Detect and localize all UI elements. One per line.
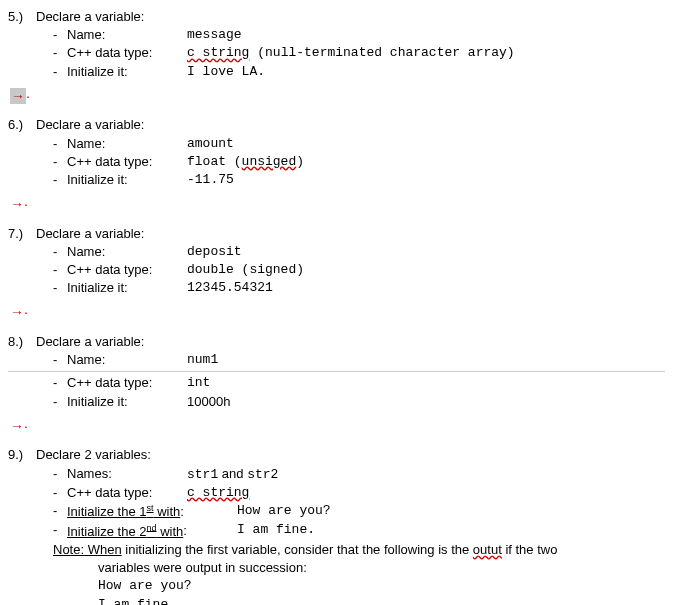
question-title: Declare 2 variables: [36,446,151,464]
type-value: int [187,374,210,392]
row-name: - Name: num1 [53,351,665,369]
type-value-pre: float ( [187,154,242,169]
dash-icon: - [53,44,67,62]
init2-sup: nd [147,522,157,532]
name-label: Name: [67,135,187,153]
init-label: Initialize it: [67,63,187,81]
names-label: Names: [67,465,187,484]
name-label: Name: [67,351,187,369]
name2: str2 [247,467,278,482]
row-type: - C++ data type: int [53,374,665,392]
init2-a: Initialize the 2 [67,524,147,539]
row-names: - Names: str1 and str2 [53,465,665,484]
question-5-header: 5.) Declare a variable: [8,8,665,26]
init2-colon: : [183,524,187,539]
question-6-header: 6.) Declare a variable: [8,116,665,134]
dash-icon: - [53,261,67,279]
question-number: 5.) [8,8,36,26]
dash-icon: - [53,465,67,484]
question-6: 6.) Declare a variable: - Name: amount -… [8,116,665,189]
question-8: 8.) Declare a variable: - Name: num1 - C… [8,333,665,411]
dash-icon: - [53,521,67,541]
row-type: - C++ data type: c string [53,484,665,502]
init-label: Initialize it: [67,171,187,189]
paragraph-mark: →· [10,303,665,323]
init1-colon: : [180,504,184,519]
init1-value: How are you? [237,502,331,522]
dash-icon: - [53,393,67,411]
type-value-post: ) [296,154,304,169]
spell-underline: c string [187,45,249,60]
name-value: deposit [187,243,242,261]
question-number: 7.) [8,225,36,243]
name-label: Name: [67,243,187,261]
paragraph-mark: →· [10,417,665,437]
init-value: -11.75 [187,171,234,189]
output-line1: How are you? [98,577,665,595]
init-value: 12345.54321 [187,279,273,297]
type-value: float (unsiged) [187,153,304,171]
question-9: 9.) Declare 2 variables: - Names: str1 a… [8,446,665,605]
dash-icon: - [53,484,67,502]
init-label: Initialize it: [67,393,187,411]
names-value: str1 and str2 [187,465,278,484]
dash-icon: - [53,351,67,369]
question-7-header: 7.) Declare a variable: [8,225,665,243]
init1-a: Initialize the 1 [67,504,147,519]
row-init: - Initialize it: I love LA. [53,63,665,81]
row-init: - Initialize it: 10000h [53,393,665,411]
question-8-header: 8.) Declare a variable: [8,333,665,351]
row-name: - Name: amount [53,135,665,153]
dot-icon: · [24,196,28,212]
divider-line [8,371,665,372]
arrow-icon: → [10,88,26,104]
dash-icon: - [53,171,67,189]
paragraph-mark: →· [10,87,665,107]
row-name: - Name: deposit [53,243,665,261]
row-type: - C++ data type: double (signed) [53,261,665,279]
question-number: 9.) [8,446,36,464]
name-value: message [187,26,242,44]
row-type: - C++ data type: float (unsiged) [53,153,665,171]
note-prefix: Note: When [53,542,122,557]
row-type: - C++ data type: c string (null-terminat… [53,44,665,62]
arrow-icon: → [10,304,24,320]
note-line1: Note: When initializing the first variab… [53,541,665,559]
dash-icon: - [53,135,67,153]
init2-label: Initialize the 2nd with: [67,521,217,541]
type-value: c string [187,484,249,502]
dot-icon: · [24,418,28,434]
dot-icon: · [24,304,28,320]
row-init2: - Initialize the 2nd with: I am fine. [53,521,665,541]
name-label: Name: [67,26,187,44]
init2-value: I am fine. [237,521,315,541]
note-text-b: if the two [502,542,558,557]
spell-underline: outut [473,542,502,557]
dot-icon: · [26,88,30,104]
name1: str1 [187,467,218,482]
row-init: - Initialize it: 12345.54321 [53,279,665,297]
question-title: Declare a variable: [36,8,144,26]
question-title: Declare a variable: [36,225,144,243]
init1-b: with [154,504,181,519]
question-title: Declare a variable: [36,116,144,134]
type-label: C++ data type: [67,261,187,279]
name-value: num1 [187,351,218,369]
question-7: 7.) Declare a variable: - Name: deposit … [8,225,665,298]
name-value: amount [187,135,234,153]
dash-icon: - [53,374,67,392]
note-text-a: initializing the first variable, conside… [122,542,473,557]
row-init: - Initialize it: -11.75 [53,171,665,189]
init-label: Initialize it: [67,279,187,297]
question-5: 5.) Declare a variable: - Name: message … [8,8,665,81]
type-label: C++ data type: [67,374,187,392]
init-value: I love LA. [187,63,265,81]
init-value: 10000h [187,393,230,411]
dash-icon: - [53,279,67,297]
init2-b: with [157,524,184,539]
dash-icon: - [53,502,67,522]
type-value: double (signed) [187,261,304,279]
type-value-rest: (null-terminated character array) [249,45,514,60]
row-init1: - Initialize the 1st with: How are you? [53,502,665,522]
type-label: C++ data type: [67,484,187,502]
